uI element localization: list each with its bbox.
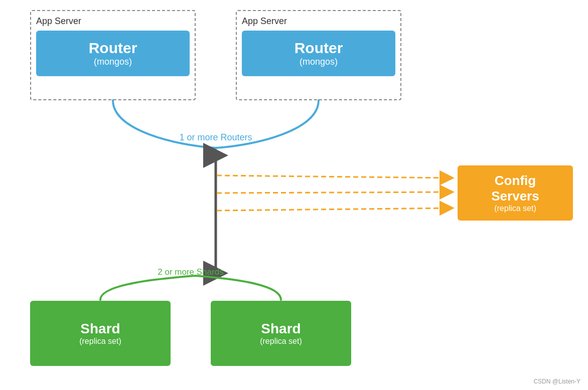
router-box-1: Router (mongos) [36, 31, 190, 76]
shard-1-title: Shard [80, 321, 120, 337]
router-1-title: Router [51, 40, 175, 57]
config-servers-title: Config Servers [473, 173, 558, 204]
config-servers-subtitle: (replica set) [494, 204, 536, 213]
router-1-subtitle: (mongos) [51, 57, 175, 67]
router-box-2: Router (mongos) [242, 31, 395, 76]
router-2-subtitle: (mongos) [257, 57, 380, 67]
svg-line-10 [217, 208, 452, 211]
shard-2-subtitle: (replica set) [260, 337, 302, 346]
shard-2-title: Shard [261, 321, 301, 337]
svg-text:2 or more Shards: 2 or more Shards [158, 267, 223, 277]
svg-text:1 or more Routers: 1 or more Routers [179, 132, 252, 142]
svg-line-9 [217, 192, 452, 193]
shard-2-box: Shard (replica set) [211, 301, 351, 366]
app-server-2-label: App Server [242, 16, 395, 27]
app-server-1: App Server Router (mongos) [30, 10, 196, 100]
router-2-title: Router [257, 40, 380, 57]
shard-1-box: Shard (replica set) [30, 301, 171, 366]
app-server-1-label: App Server [36, 16, 190, 27]
watermark: CSDN @Listen-Y [533, 378, 580, 385]
config-servers-box: Config Servers (replica set) [458, 165, 573, 221]
app-server-2: App Server Router (mongos) [236, 10, 401, 100]
shard-1-subtitle: (replica set) [79, 337, 121, 346]
svg-line-8 [217, 175, 452, 178]
diagram-container: App Server Router (mongos) App Server Ro… [0, 0, 588, 390]
